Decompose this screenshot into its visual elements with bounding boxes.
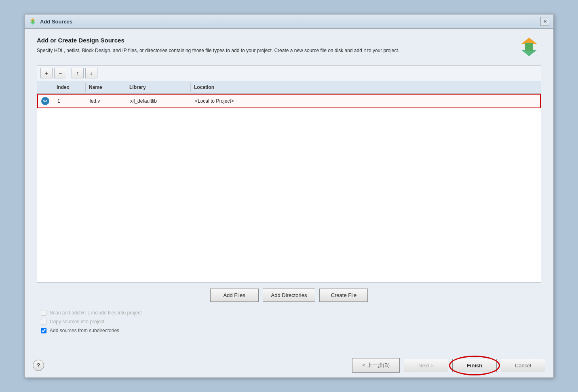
col-header-name: Name <box>86 83 126 92</box>
finish-button[interactable]: Finish <box>452 359 497 372</box>
toolbar: + − ↑ ↓ <box>37 65 541 81</box>
copy-sources-row: Copy sources into project <box>41 319 537 325</box>
svg-marker-3 <box>521 43 537 56</box>
toolbar-separator-2 <box>100 69 100 78</box>
row-index-cell: 1 <box>54 96 86 106</box>
dialog-title: Add Sources <box>40 19 72 25</box>
table-header: Index Name Library Location <box>37 81 541 94</box>
row-name-cell: led.v <box>86 96 127 106</box>
col-header-index: Index <box>53 83 86 92</box>
scan-rtl-checkbox[interactable] <box>41 310 46 316</box>
header-description: Specify HDL, netlist, Block Design, and … <box>37 47 509 54</box>
add-sources-dialog: Add Sources ✕ Add or Create Design Sourc… <box>24 14 554 378</box>
move-down-toolbar-button[interactable]: ↓ <box>85 68 97 78</box>
col-header-location: Location <box>191 83 541 92</box>
title-bar: Add Sources ✕ <box>25 15 553 29</box>
cancel-button[interactable]: Cancel <box>501 359 545 372</box>
vivado-logo <box>517 37 541 57</box>
dialog-footer: ? < 上一步(B) Next > Finish Cancel <box>25 353 553 377</box>
add-files-button[interactable]: Add Files <box>210 289 259 302</box>
file-table-panel: + − ↑ ↓ Index Name Library <box>37 65 541 282</box>
action-buttons-row: Add Files Add Directories Create File <box>37 289 541 302</box>
add-subdirs-label: Add sources from subdirectories <box>50 328 119 333</box>
down-arrow-icon: ↓ <box>90 70 93 76</box>
toolbar-separator <box>69 69 69 78</box>
header-text-block: Add or Create Design Sources Specify HDL… <box>37 37 509 54</box>
help-button[interactable]: ? <box>33 360 44 371</box>
minus-icon: − <box>59 70 62 76</box>
add-subdirs-row: Add sources from subdirectories <box>41 328 537 333</box>
add-file-toolbar-button[interactable]: + <box>40 68 53 78</box>
move-up-toolbar-button[interactable]: ↑ <box>72 68 84 78</box>
vivado-title-icon <box>29 17 37 25</box>
plus-icon: + <box>45 70 48 76</box>
scan-rtl-row: Scan and add RTL include files into proj… <box>41 310 537 316</box>
title-bar-left: Add Sources <box>29 17 72 25</box>
remove-toolbar-button[interactable]: − <box>54 68 66 78</box>
table-body: ve 1 led.v xil_defaultlib <Local to Proj… <box>37 94 541 282</box>
next-button[interactable]: Next > <box>404 359 448 372</box>
row-icon-cell: ve <box>38 95 54 107</box>
verilog-file-icon: ve <box>41 97 49 105</box>
header-title: Add or Create Design Sources <box>37 37 509 44</box>
scan-rtl-label: Scan and add RTL include files into proj… <box>50 310 141 316</box>
dialog-body: Add or Create Design Sources Specify HDL… <box>25 29 553 353</box>
add-directories-button[interactable]: Add Directories <box>263 289 316 302</box>
options-section: Scan and add RTL include files into proj… <box>37 310 541 337</box>
footer-left: ? <box>33 360 44 371</box>
footer-right: < 上一步(B) Next > Finish Cancel <box>352 358 545 373</box>
finish-wrapper: Finish <box>452 359 497 372</box>
col-header-icon <box>37 83 53 92</box>
row-location-cell: <Local to Project> <box>192 96 540 106</box>
add-subdirs-checkbox[interactable] <box>41 328 46 333</box>
back-button[interactable]: < 上一步(B) <box>352 358 400 373</box>
up-arrow-icon: ↑ <box>76 70 79 76</box>
close-button[interactable]: ✕ <box>540 17 549 26</box>
header-section: Add or Create Design Sources Specify HDL… <box>37 37 541 57</box>
col-header-library: Library <box>126 83 191 92</box>
create-file-button[interactable]: Create File <box>319 289 368 302</box>
table-row[interactable]: ve 1 led.v xil_defaultlib <Local to Proj… <box>37 94 541 108</box>
row-library-cell: xil_defaultlib <box>127 96 192 106</box>
copy-sources-label: Copy sources into project <box>50 319 104 325</box>
copy-sources-checkbox[interactable] <box>41 319 46 325</box>
